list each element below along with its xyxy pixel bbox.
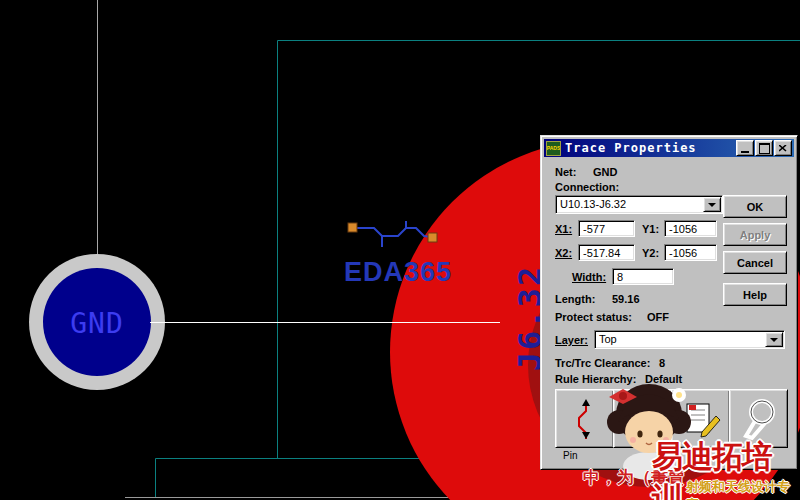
close-icon xyxy=(779,145,787,152)
icon-button-caption: Pin xyxy=(563,450,577,461)
cancel-button[interactable]: Cancel xyxy=(723,251,787,274)
layer-label: Layer: xyxy=(555,334,588,346)
ok-button[interactable]: OK xyxy=(723,195,787,218)
length-value: 59.16 xyxy=(612,293,640,305)
help-button[interactable]: Help xyxy=(723,283,787,306)
x1-input[interactable]: -577 xyxy=(578,220,635,237)
y1-label: Y1: xyxy=(642,223,659,235)
y1-input[interactable]: -1056 xyxy=(664,220,717,237)
gnd-pad-label: GND xyxy=(70,307,124,340)
clearance-value: 8 xyxy=(659,357,665,369)
eda365-watermark: EDA365 xyxy=(344,257,452,287)
trace-zigzag-icon xyxy=(562,396,607,441)
net-label: Net: xyxy=(555,166,576,178)
clearance-label: Trc/Trc Clearance: xyxy=(555,357,650,369)
connection-dropdown-arrow-icon[interactable] xyxy=(703,197,721,212)
teardrop-outline-icon xyxy=(736,396,781,441)
y2-label: Y2: xyxy=(642,247,659,259)
smd-pad-1[interactable] xyxy=(348,223,357,232)
x1-label: X1: xyxy=(555,223,572,235)
smd-pad-2[interactable] xyxy=(428,233,437,242)
layer-select[interactable]: Top xyxy=(594,330,785,349)
blue-trace[interactable] xyxy=(352,221,431,247)
y2-input[interactable]: -1056 xyxy=(664,244,717,261)
x2-label: X2: xyxy=(555,247,572,259)
watermark-subtitle: 射频和天线设计专家 xyxy=(686,478,800,500)
minimize-button[interactable] xyxy=(736,140,754,156)
connection-label: Connection: xyxy=(555,181,619,193)
connection-value: U10.13-J6.32 xyxy=(560,198,626,210)
dialog-titlebar[interactable]: PADS Trace Properties xyxy=(544,139,794,157)
length-label: Length: xyxy=(555,293,595,305)
width-input[interactable]: 8 xyxy=(612,268,674,285)
x2-input[interactable]: -517.84 xyxy=(578,244,635,261)
pads-app-icon: PADS xyxy=(546,141,561,156)
layer-value: Top xyxy=(599,333,617,345)
maximize-button[interactable] xyxy=(755,140,773,156)
apply-button[interactable]: Apply xyxy=(723,223,787,246)
width-label: Width: xyxy=(572,271,606,283)
pcb-editor-canvas: J6.32 GND EDA365 PADS Trace Properties N… xyxy=(0,0,800,500)
layer-dropdown-arrow-icon[interactable] xyxy=(765,332,783,347)
connection-select[interactable]: U10.13-J6.32 xyxy=(555,195,723,214)
protect-status-label: Protect status: xyxy=(555,311,632,323)
close-button[interactable] xyxy=(774,140,792,156)
protect-status-value: OFF xyxy=(647,311,669,323)
dialog-title: Trace Properties xyxy=(565,141,735,155)
net-value: GND xyxy=(593,166,617,178)
